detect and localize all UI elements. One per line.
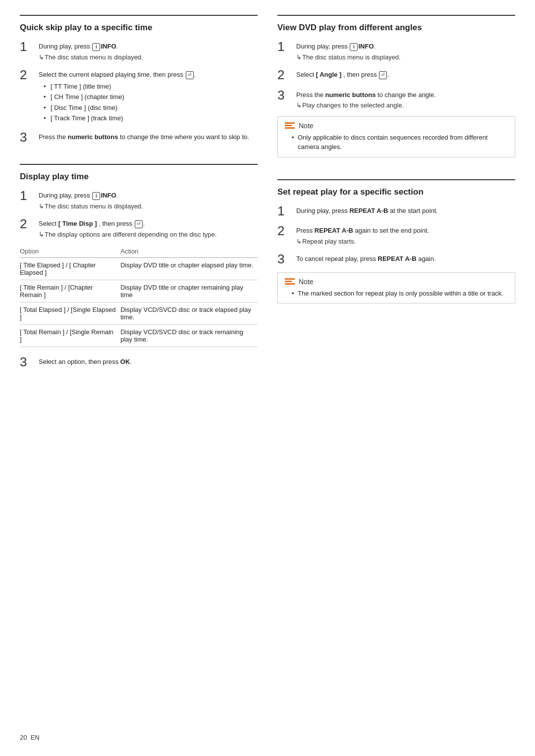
step-3-content: Press the numeric buttons to change the … [39,130,258,142]
note-icon-line1 [285,122,295,124]
step-r2-arrow: Repeat play starts. [296,237,515,247]
section-display-play-time: Display play time 1 During play, press i… [20,164,258,375]
section-repeat-title: Set repeat play for a specific section [277,187,515,197]
info-text-d1: INFO [101,192,116,199]
step-r3-text-after: again. [418,255,435,262]
step-a3-arrow: Play changes to the selected angle. [296,101,515,110]
table-action-1: Display DVD title or chapter elapsed pla… [120,258,258,280]
enter-icon-1: ⏎ [186,71,194,79]
table-row: [ Title Elapsed ] / [ Chapter Elapsed ] … [20,258,258,280]
step-num-1: 1 [20,40,36,54]
step-r3-text-before: To cancel repeat play, press [296,255,376,262]
step-d2-arrow: The display options are different depend… [39,230,258,240]
info-text-1: INFO [101,43,116,50]
note-box-repeat: Note The marked section for repeat play … [277,272,515,304]
step-2-quickskip: 2 Select the current elapsed playing tim… [20,68,258,124]
step2-bullets: [ TT Time ] (title time) [ CH Time ] (ch… [39,82,258,123]
step1-arrow: The disc status menu is displayed. [39,52,258,62]
step3-bold: numeric buttons [68,133,118,141]
step-3-angles: 3 Press the numeric buttons to change th… [277,88,515,110]
step-r1-content: During play, press REPEAT A-B at the sta… [296,204,515,216]
note-bullets-repeat: The marked section for repeat play is on… [285,289,508,299]
note-box-angles: Note Only applicable to discs contain se… [277,116,515,157]
table-row: [ Total Remain ] / [Single Remain ] Disp… [20,325,258,347]
step-a1-text: During play, press [296,43,348,50]
table-option-4: [ Total Remain ] / [Single Remain ] [20,325,120,347]
info-icon-d1: i [92,192,100,200]
note-header-repeat: Note [285,278,508,286]
step-a2-text-before: Select [296,71,314,78]
step-r3-bold: REPEAT A-B [378,255,417,262]
step-2-display: 2 Select [ Time Disp ] , then press ⏎. T… [20,217,258,239]
table-row: [ Total Elapsed ] / [Single Elapsed ] Di… [20,302,258,325]
step1-text: During play, press [39,43,90,50]
table-action-2: Display DVD title or chapter remaining p… [120,280,258,302]
note-icon-line1 [285,278,295,280]
info-icon-1: i [92,43,100,51]
step-num-d1: 1 [20,189,36,203]
page-number: 20 [20,734,27,741]
step-3-quickskip: 3 Press the numeric buttons to change th… [20,130,258,145]
note-icon-line2 [285,125,292,126]
step-num-a2: 2 [277,68,293,82]
step-r2-bold: REPEAT A-B [315,227,353,234]
bullet-ch-time: [ CH Time ] (chapter time) [44,92,258,102]
note-icon-repeat [285,278,295,285]
section-angles-title: View DVD play from different angles [277,23,515,33]
section-quick-skip-title: Quick skip play to a specific time [20,23,258,33]
step-num-r1: 1 [277,204,293,218]
step-2-angles: 2 Select [ Angle ] , then press ⏎. [277,68,515,82]
step-a3-text-after: to change the angle. [377,91,436,99]
note-bullets-angles: Only applicable to discs contain sequenc… [285,133,508,152]
table-header-option: Option [20,245,120,258]
step-d2-text-before: Select [39,220,56,227]
step-a3-bold: numeric buttons [325,91,376,99]
note-label-repeat: Note [299,278,314,286]
table-option-3: [ Total Elapsed ] / [Single Elapsed ] [20,302,120,325]
step-1-content: During play, press iINFO. The disc statu… [39,40,258,62]
table-row: [ Title Remain ] / [Chapter Remain ] Dis… [20,280,258,302]
step-a3-content: Press the numeric buttons to change the … [296,88,515,110]
step-r3-content: To cancel repeat play, press REPEAT A-B … [296,252,515,264]
page-lang: EN [31,734,40,741]
step-r1-text-after: at the start point. [390,207,438,214]
step-d2-content: Select [ Time Disp ] , then press ⏎. The… [39,217,258,239]
step-num-a3: 3 [277,88,293,102]
step-num-a1: 1 [277,40,293,54]
step-d1-content: During play, press iINFO. The disc statu… [39,189,258,211]
step-3-repeat: 3 To cancel repeat play, press REPEAT A-… [277,252,515,266]
note-icon-line3 [285,127,295,129]
step-num-3: 3 [20,130,36,145]
left-column: Quick skip play to a specific time 1 Dur… [20,15,258,389]
step-1-display: 1 During play, press iINFO. The disc sta… [20,189,258,211]
options-table: Option Action [ Title Elapsed ] / [ Chap… [20,245,258,347]
table-action-4: Display VCD/SVCD disc or track remaining… [120,325,258,347]
step-2-repeat: 2 Press REPEAT A-B again to set the end … [277,224,515,246]
section-repeat-play: Set repeat play for a specific section 1… [277,179,515,312]
note-icon-line2 [285,281,292,282]
step-a1-arrow: The disc status menu is displayed. [296,52,515,62]
step-num-2: 2 [20,68,36,82]
table-option-2: [ Title Remain ] / [Chapter Remain ] [20,280,120,302]
step-a3-text-before: Press the [296,91,323,99]
note-label-angles: Note [299,122,314,130]
step3-text-after: to change the time where you want to ski… [120,133,249,141]
right-column: View DVD play from different angles 1 Du… [277,15,515,389]
step-1-repeat: 1 During play, press REPEAT A-B at the s… [277,204,515,218]
section-display-title: Display play time [20,172,258,182]
step2-text: Select the current elapsed playing time,… [39,71,183,78]
step-a1-content: During play, press iINFO. The disc statu… [296,40,515,62]
bullet-track-time: [ Track Time ] (track time) [44,113,258,123]
step-r1-text-before: During play, press [296,207,348,214]
step-a2-text-mid: , then press [343,71,377,78]
enter-icon-d2: ⏎ [135,220,143,228]
note-bullet-1-angles: Only applicable to discs contain sequenc… [292,133,508,152]
step-num-r3: 3 [277,252,293,266]
info-text-a1: INFO [358,43,374,50]
step3-text-before: Press the [39,133,66,141]
page-footer: 20 EN [20,734,40,741]
step-num-d2: 2 [20,217,36,231]
bullet-tt-time: [ TT Time ] (title time) [44,82,258,92]
step-2-content: Select the current elapsed playing time,… [39,68,258,124]
step-d3-text-after: . [130,358,132,365]
